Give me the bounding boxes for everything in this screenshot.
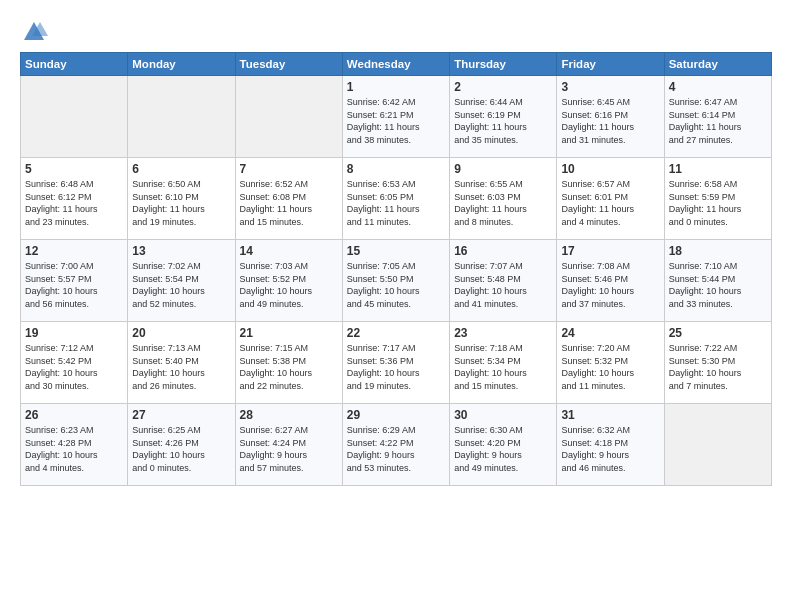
day-number: 22 [347,326,445,340]
calendar-cell: 7Sunrise: 6:52 AM Sunset: 6:08 PM Daylig… [235,158,342,240]
header-day: Thursday [450,53,557,76]
day-number: 10 [561,162,659,176]
day-number: 21 [240,326,338,340]
calendar-cell: 19Sunrise: 7:12 AM Sunset: 5:42 PM Dayli… [21,322,128,404]
day-number: 2 [454,80,552,94]
day-info: Sunrise: 6:45 AM Sunset: 6:16 PM Dayligh… [561,96,659,146]
calendar-cell: 10Sunrise: 6:57 AM Sunset: 6:01 PM Dayli… [557,158,664,240]
calendar-week: 5Sunrise: 6:48 AM Sunset: 6:12 PM Daylig… [21,158,772,240]
page: SundayMondayTuesdayWednesdayThursdayFrid… [0,0,792,612]
calendar-cell: 26Sunrise: 6:23 AM Sunset: 4:28 PM Dayli… [21,404,128,486]
day-info: Sunrise: 7:12 AM Sunset: 5:42 PM Dayligh… [25,342,123,392]
day-number: 3 [561,80,659,94]
day-number: 28 [240,408,338,422]
day-number: 5 [25,162,123,176]
day-info: Sunrise: 7:15 AM Sunset: 5:38 PM Dayligh… [240,342,338,392]
calendar-cell: 20Sunrise: 7:13 AM Sunset: 5:40 PM Dayli… [128,322,235,404]
day-info: Sunrise: 6:50 AM Sunset: 6:10 PM Dayligh… [132,178,230,228]
calendar-table: SundayMondayTuesdayWednesdayThursdayFrid… [20,52,772,486]
day-number: 30 [454,408,552,422]
day-number: 24 [561,326,659,340]
day-number: 13 [132,244,230,258]
calendar-cell: 6Sunrise: 6:50 AM Sunset: 6:10 PM Daylig… [128,158,235,240]
day-info: Sunrise: 7:05 AM Sunset: 5:50 PM Dayligh… [347,260,445,310]
calendar-cell: 3Sunrise: 6:45 AM Sunset: 6:16 PM Daylig… [557,76,664,158]
calendar-cell: 15Sunrise: 7:05 AM Sunset: 5:50 PM Dayli… [342,240,449,322]
calendar-cell: 14Sunrise: 7:03 AM Sunset: 5:52 PM Dayli… [235,240,342,322]
day-info: Sunrise: 6:30 AM Sunset: 4:20 PM Dayligh… [454,424,552,474]
calendar-week: 26Sunrise: 6:23 AM Sunset: 4:28 PM Dayli… [21,404,772,486]
calendar-cell: 27Sunrise: 6:25 AM Sunset: 4:26 PM Dayli… [128,404,235,486]
calendar-cell [128,76,235,158]
calendar-cell: 21Sunrise: 7:15 AM Sunset: 5:38 PM Dayli… [235,322,342,404]
day-info: Sunrise: 6:23 AM Sunset: 4:28 PM Dayligh… [25,424,123,474]
header-day: Saturday [664,53,771,76]
day-info: Sunrise: 7:17 AM Sunset: 5:36 PM Dayligh… [347,342,445,392]
calendar-cell: 4Sunrise: 6:47 AM Sunset: 6:14 PM Daylig… [664,76,771,158]
calendar-cell: 18Sunrise: 7:10 AM Sunset: 5:44 PM Dayli… [664,240,771,322]
day-number: 12 [25,244,123,258]
day-info: Sunrise: 6:55 AM Sunset: 6:03 PM Dayligh… [454,178,552,228]
day-info: Sunrise: 6:53 AM Sunset: 6:05 PM Dayligh… [347,178,445,228]
day-info: Sunrise: 7:08 AM Sunset: 5:46 PM Dayligh… [561,260,659,310]
day-number: 27 [132,408,230,422]
calendar-cell: 28Sunrise: 6:27 AM Sunset: 4:24 PM Dayli… [235,404,342,486]
day-info: Sunrise: 7:00 AM Sunset: 5:57 PM Dayligh… [25,260,123,310]
calendar-cell: 12Sunrise: 7:00 AM Sunset: 5:57 PM Dayli… [21,240,128,322]
day-number: 23 [454,326,552,340]
day-info: Sunrise: 6:47 AM Sunset: 6:14 PM Dayligh… [669,96,767,146]
calendar-cell: 29Sunrise: 6:29 AM Sunset: 4:22 PM Dayli… [342,404,449,486]
day-number: 11 [669,162,767,176]
calendar-cell: 5Sunrise: 6:48 AM Sunset: 6:12 PM Daylig… [21,158,128,240]
calendar-cell: 8Sunrise: 6:53 AM Sunset: 6:05 PM Daylig… [342,158,449,240]
day-info: Sunrise: 6:25 AM Sunset: 4:26 PM Dayligh… [132,424,230,474]
day-number: 8 [347,162,445,176]
logo [20,18,52,46]
day-number: 18 [669,244,767,258]
day-number: 16 [454,244,552,258]
calendar-week: 19Sunrise: 7:12 AM Sunset: 5:42 PM Dayli… [21,322,772,404]
day-info: Sunrise: 7:03 AM Sunset: 5:52 PM Dayligh… [240,260,338,310]
day-number: 20 [132,326,230,340]
day-number: 25 [669,326,767,340]
day-info: Sunrise: 7:20 AM Sunset: 5:32 PM Dayligh… [561,342,659,392]
calendar-cell: 1Sunrise: 6:42 AM Sunset: 6:21 PM Daylig… [342,76,449,158]
header-day: Wednesday [342,53,449,76]
calendar-cell [21,76,128,158]
logo-icon [20,18,48,46]
calendar-week: 12Sunrise: 7:00 AM Sunset: 5:57 PM Dayli… [21,240,772,322]
day-number: 14 [240,244,338,258]
day-info: Sunrise: 7:22 AM Sunset: 5:30 PM Dayligh… [669,342,767,392]
day-info: Sunrise: 7:07 AM Sunset: 5:48 PM Dayligh… [454,260,552,310]
calendar-cell: 16Sunrise: 7:07 AM Sunset: 5:48 PM Dayli… [450,240,557,322]
day-number: 29 [347,408,445,422]
header [20,18,772,46]
day-number: 7 [240,162,338,176]
calendar-cell [235,76,342,158]
day-number: 31 [561,408,659,422]
calendar-cell: 13Sunrise: 7:02 AM Sunset: 5:54 PM Dayli… [128,240,235,322]
day-info: Sunrise: 6:44 AM Sunset: 6:19 PM Dayligh… [454,96,552,146]
calendar-cell: 22Sunrise: 7:17 AM Sunset: 5:36 PM Dayli… [342,322,449,404]
day-number: 19 [25,326,123,340]
day-number: 9 [454,162,552,176]
day-info: Sunrise: 7:13 AM Sunset: 5:40 PM Dayligh… [132,342,230,392]
calendar-week: 1Sunrise: 6:42 AM Sunset: 6:21 PM Daylig… [21,76,772,158]
day-number: 26 [25,408,123,422]
day-number: 6 [132,162,230,176]
header-day: Monday [128,53,235,76]
day-info: Sunrise: 6:27 AM Sunset: 4:24 PM Dayligh… [240,424,338,474]
header-row: SundayMondayTuesdayWednesdayThursdayFrid… [21,53,772,76]
calendar-cell: 9Sunrise: 6:55 AM Sunset: 6:03 PM Daylig… [450,158,557,240]
day-info: Sunrise: 6:42 AM Sunset: 6:21 PM Dayligh… [347,96,445,146]
calendar-cell: 17Sunrise: 7:08 AM Sunset: 5:46 PM Dayli… [557,240,664,322]
day-number: 4 [669,80,767,94]
day-info: Sunrise: 6:32 AM Sunset: 4:18 PM Dayligh… [561,424,659,474]
calendar-cell: 24Sunrise: 7:20 AM Sunset: 5:32 PM Dayli… [557,322,664,404]
calendar-cell: 2Sunrise: 6:44 AM Sunset: 6:19 PM Daylig… [450,76,557,158]
calendar-cell: 31Sunrise: 6:32 AM Sunset: 4:18 PM Dayli… [557,404,664,486]
calendar-cell [664,404,771,486]
day-number: 15 [347,244,445,258]
header-day: Friday [557,53,664,76]
day-info: Sunrise: 7:18 AM Sunset: 5:34 PM Dayligh… [454,342,552,392]
